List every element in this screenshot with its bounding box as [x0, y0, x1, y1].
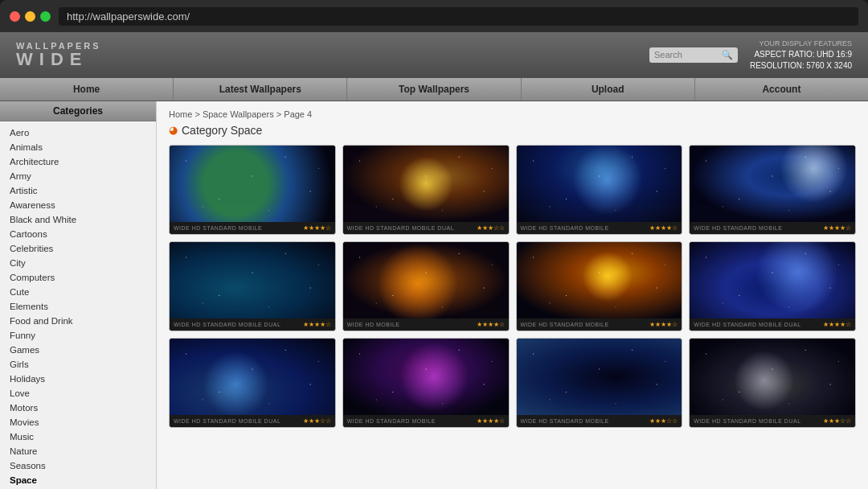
close-button[interactable]	[10, 11, 20, 22]
wallpaper-thumbnail	[690, 242, 855, 318]
wallpaper-stars: ★★★★☆	[823, 224, 851, 232]
main-content: Categories Aero Animals Architecture Arm…	[0, 101, 868, 489]
wallpaper-item[interactable]: WIDE HD STANDARD MOBILE ★★★☆☆	[516, 338, 683, 428]
nav-latest[interactable]: Latest Wallpapers	[174, 78, 347, 101]
wallpaper-grid: WIDE HD STANDARD MOBILE ★★★★☆ WIDE HD ST…	[169, 145, 856, 428]
wallpaper-tags: WIDE HD MOBILE	[347, 322, 400, 327]
sidebar-item-black-and-white[interactable]: Black and White	[0, 212, 156, 227]
wallpaper-tags: WIDE HD STANDARD MOBILE DUAL	[694, 322, 800, 327]
wallpaper-item[interactable]: WIDE HD STANDARD MOBILE DUAL ★★★★☆	[169, 241, 336, 331]
search-input[interactable]	[654, 50, 719, 60]
sidebar-item-elements[interactable]: Elements	[0, 299, 156, 314]
sidebar-item-music[interactable]: Music	[0, 429, 156, 444]
aspect-ratio-info: ASPECT RATIO: UHD 16:9	[750, 49, 852, 60]
sidebar-item-seasons[interactable]: Seasons	[0, 458, 156, 473]
wallpaper-info: WIDE HD STANDARD MOBILE ★★★★☆	[343, 415, 509, 427]
wallpaper-stars: ★★★☆☆	[303, 417, 331, 425]
nav-upload[interactable]: Upload	[522, 78, 695, 101]
wallpaper-tags: WIDE HD STANDARD MOBILE	[521, 322, 609, 327]
nav-account[interactable]: Account	[695, 78, 868, 101]
wallpaper-item[interactable]: WIDE HD STANDARD MOBILE ★★★★☆	[169, 145, 336, 235]
wallpaper-info: WIDE HD STANDARD MOBILE DUAL ★★★☆☆	[343, 222, 509, 234]
logo-big: WIDE	[16, 51, 101, 68]
navigation-bar: Home Latest Wallpapers Top Wallpapers Up…	[0, 78, 868, 101]
wallpaper-item[interactable]: WIDE HD STANDARD MOBILE ★★★★☆	[342, 338, 510, 428]
rss-icon: ◕	[169, 124, 178, 136]
wallpaper-tags: WIDE HD STANDARD MOBILE	[521, 418, 609, 424]
breadcrumb-section[interactable]: Space Wallpapers	[203, 109, 274, 119]
category-title: ◕ Category Space	[169, 124, 856, 137]
sidebar-category-list: Aero Animals Architecture Army Artistic …	[0, 121, 156, 489]
wallpaper-tags: WIDE HD STANDARD MOBILE DUAL	[694, 418, 800, 424]
sidebar-item-girls[interactable]: Girls	[0, 357, 156, 372]
sidebar-item-nature[interactable]: Nature	[0, 444, 156, 458]
wallpaper-info: WIDE HD STANDARD MOBILE DUAL ★★★☆☆	[170, 415, 335, 427]
sidebar-item-space[interactable]: Space	[0, 473, 156, 487]
aspect-ratio-label: ASPECT RATIO:	[754, 50, 814, 59]
browser-chrome: http://wallpaperswide.com/	[0, 0, 868, 32]
wallpaper-thumbnail	[690, 146, 855, 222]
sidebar-item-food-and-drink[interactable]: Food and Drink	[0, 314, 156, 328]
logo-area: WALLPAPERS WIDE	[16, 41, 101, 68]
wallpaper-item[interactable]: WIDE HD STANDARD MOBILE DUAL ★★★☆☆	[689, 338, 856, 428]
header-right: 🔍 YOUR DISPLAY FEATURES ASPECT RATIO: UH…	[649, 39, 852, 72]
sidebar-item-aero[interactable]: Aero	[0, 125, 156, 140]
wallpaper-info: WIDE HD STANDARD MOBILE ★★★★☆	[517, 318, 682, 331]
sidebar-item-awareness[interactable]: Awareness	[0, 198, 156, 212]
wallpaper-item[interactable]: WIDE HD STANDARD MOBILE DUAL ★★★☆☆	[342, 145, 510, 235]
sidebar-item-love[interactable]: Love	[0, 386, 156, 401]
aspect-ratio-value: UHD 16:9	[817, 50, 852, 59]
sidebar-item-games[interactable]: Games	[0, 343, 156, 357]
sidebar-item-motors[interactable]: Motors	[0, 401, 156, 415]
wallpaper-info: WIDE HD STANDARD MOBILE DUAL ★★★☆☆	[690, 415, 855, 427]
wallpaper-thumbnail	[343, 146, 509, 222]
wallpaper-item[interactable]: WIDE HD MOBILE ★★★★☆	[342, 241, 510, 331]
wallpaper-tags: WIDE HD STANDARD MOBILE DUAL	[347, 225, 454, 231]
page-content: WALLPAPERS WIDE 🔍 YOUR DISPLAY FEATURES …	[0, 32, 868, 489]
nav-home[interactable]: Home	[0, 78, 174, 101]
sidebar-item-computers[interactable]: Computers	[0, 270, 156, 285]
sidebar-item-army[interactable]: Army	[0, 169, 156, 183]
minimize-button[interactable]	[25, 11, 35, 22]
sidebar-item-city[interactable]: City	[0, 256, 156, 270]
resolution-label: RESOLUTION:	[750, 61, 805, 70]
wallpaper-tags: WIDE HD STANDARD MOBILE DUAL	[174, 418, 280, 424]
search-bar[interactable]: 🔍	[649, 47, 738, 63]
wallpaper-item[interactable]: WIDE HD STANDARD MOBILE ★★★★☆	[516, 241, 683, 331]
maximize-button[interactable]	[40, 11, 51, 22]
resolution-value: 5760 X 3240	[806, 61, 852, 70]
wallpaper-tags: WIDE HD STANDARD MOBILE	[347, 418, 436, 424]
traffic-lights	[10, 11, 51, 22]
wallpaper-item[interactable]: WIDE HD STANDARD MOBILE DUAL ★★★☆☆	[169, 338, 336, 428]
wallpaper-stars: ★★★☆☆	[823, 417, 851, 425]
sidebar-item-architecture[interactable]: Architecture	[0, 154, 156, 169]
wallpaper-item[interactable]: WIDE HD STANDARD MOBILE ★★★★☆	[689, 145, 856, 235]
sidebar-item-movies[interactable]: Movies	[0, 415, 156, 429]
wallpaper-thumbnail	[170, 339, 335, 415]
wallpaper-thumbnail	[517, 242, 682, 318]
wallpaper-thumbnail	[517, 146, 682, 222]
sidebar-item-animals[interactable]: Animals	[0, 140, 156, 154]
wallpaper-info: WIDE HD STANDARD MOBILE DUAL ★★★★☆	[690, 318, 855, 331]
wallpaper-info: WIDE HD STANDARD MOBILE ★★★★☆	[690, 222, 855, 234]
sidebar-item-cute[interactable]: Cute	[0, 285, 156, 299]
wallpaper-tags: WIDE HD STANDARD MOBILE	[694, 225, 782, 231]
sidebar-item-funny[interactable]: Funny	[0, 328, 156, 343]
sidebar-item-celebrities[interactable]: Celebrities	[0, 241, 156, 256]
wallpaper-stars: ★★★★☆	[303, 321, 331, 328]
wallpaper-stars: ★★★★☆	[477, 321, 505, 328]
breadcrumb-home[interactable]: Home	[169, 109, 192, 119]
nav-top[interactable]: Top Wallpapers	[347, 78, 521, 101]
sidebar-header: Categories	[0, 101, 156, 121]
wallpaper-thumbnail	[690, 339, 855, 415]
wallpaper-item[interactable]: WIDE HD STANDARD MOBILE ★★★★☆	[516, 145, 683, 235]
category-title-text: Category Space	[182, 124, 262, 137]
wallpaper-stars: ★★★★☆	[477, 417, 505, 425]
sidebar-item-cartoons[interactable]: Cartoons	[0, 227, 156, 241]
address-bar[interactable]: http://wallpaperswide.com/	[59, 7, 858, 26]
sidebar-item-holidays[interactable]: Holidays	[0, 372, 156, 386]
wallpaper-item[interactable]: WIDE HD STANDARD MOBILE DUAL ★★★★☆	[689, 241, 856, 331]
sidebar-item-artistic[interactable]: Artistic	[0, 183, 156, 198]
search-icon: 🔍	[722, 50, 733, 60]
wallpaper-info: WIDE HD MOBILE ★★★★☆	[343, 318, 509, 331]
